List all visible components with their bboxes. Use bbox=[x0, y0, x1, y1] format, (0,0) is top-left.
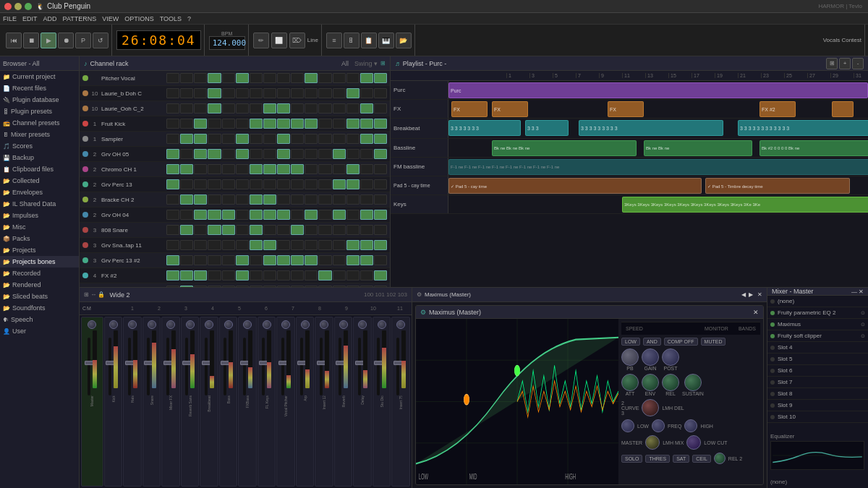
pl-block-fx4[interactable]: FX #2 bbox=[760, 101, 796, 117]
mixer-pan-knob[interactable] bbox=[263, 320, 271, 329]
pl-block-fx5[interactable] bbox=[832, 101, 854, 117]
ch-pad[interactable] bbox=[236, 73, 249, 83]
ch-pad[interactable] bbox=[194, 240, 207, 250]
ch-pad[interactable] bbox=[291, 164, 304, 174]
ch-pad[interactable] bbox=[277, 134, 290, 144]
ch-pad[interactable] bbox=[236, 255, 249, 265]
mixer-pan-knob[interactable] bbox=[148, 320, 156, 329]
ch-pad[interactable] bbox=[166, 103, 179, 114]
rp-minimize[interactable]: — bbox=[851, 288, 857, 295]
pl-zoom-in[interactable]: + bbox=[839, 58, 851, 69]
ch-pad[interactable] bbox=[208, 270, 221, 281]
freq-knob[interactable] bbox=[652, 419, 665, 432]
maximus-close[interactable]: ✕ bbox=[753, 309, 759, 316]
ch-pad[interactable] bbox=[360, 194, 373, 205]
post-knob[interactable] bbox=[662, 348, 679, 366]
ch-pad[interactable] bbox=[346, 119, 359, 129]
ch-pad[interactable] bbox=[277, 225, 290, 235]
sidebar-item-22[interactable]: 👤User bbox=[0, 325, 79, 337]
ch-pad[interactable] bbox=[318, 210, 331, 220]
ch-pad[interactable] bbox=[291, 149, 304, 159]
ch-pad[interactable] bbox=[222, 240, 235, 250]
ch-pad[interactable] bbox=[236, 240, 249, 250]
ch-pad[interactable] bbox=[180, 134, 193, 144]
menu-tools[interactable]: TOOLS bbox=[160, 15, 182, 22]
ch-pad[interactable] bbox=[263, 73, 276, 83]
fx-slot-0[interactable]: (none) bbox=[767, 296, 868, 307]
ch-pad[interactable] bbox=[318, 225, 331, 235]
fx-slot-5[interactable]: Slot 5 bbox=[767, 354, 868, 365]
ch-pad[interactable] bbox=[222, 88, 235, 98]
ch-pad[interactable] bbox=[277, 164, 290, 174]
ch-pad[interactable] bbox=[305, 73, 318, 83]
ch-pad[interactable] bbox=[305, 194, 318, 205]
fx-slot-10[interactable]: Slot 10 bbox=[767, 411, 868, 423]
ch-pad[interactable] bbox=[263, 210, 276, 220]
ch-pad[interactable] bbox=[166, 225, 179, 235]
ch-pad[interactable] bbox=[166, 286, 179, 287]
ch-pad[interactable] bbox=[318, 164, 331, 174]
ch-pad[interactable] bbox=[291, 103, 304, 114]
ch-pad[interactable] bbox=[236, 149, 249, 159]
mixer-fader[interactable] bbox=[317, 361, 326, 365]
ch-pad[interactable] bbox=[222, 225, 235, 235]
ch-pad[interactable] bbox=[360, 286, 373, 287]
ch-pad[interactable] bbox=[346, 255, 359, 265]
ch-pad[interactable] bbox=[333, 286, 346, 287]
ch-pad[interactable] bbox=[333, 255, 346, 265]
ch-pad[interactable] bbox=[166, 164, 179, 174]
ch-pad[interactable] bbox=[236, 119, 249, 129]
sidebar-item-4[interactable]: 📻Channel presets bbox=[0, 117, 79, 129]
ch-pad[interactable] bbox=[291, 210, 304, 220]
ch-pad[interactable] bbox=[166, 73, 179, 83]
pl-snap-button[interactable]: ⊞ bbox=[826, 58, 838, 69]
pl-block-bass2[interactable]: Bk ne Bk ne bbox=[644, 140, 752, 156]
lmh-del-knob[interactable] bbox=[642, 399, 659, 416]
ch-pad[interactable] bbox=[291, 255, 304, 265]
ch-pad[interactable] bbox=[374, 164, 387, 174]
minimize-button[interactable] bbox=[14, 3, 22, 10]
ch-pad[interactable] bbox=[360, 210, 373, 220]
sidebar-item-7[interactable]: 💾Backup bbox=[0, 152, 79, 163]
pl-block-bb1[interactable]: 3 3 3 3 3 3 3 bbox=[448, 120, 521, 136]
ch-pad[interactable] bbox=[222, 134, 235, 144]
ch-pad[interactable] bbox=[318, 73, 331, 83]
ch-pad[interactable] bbox=[236, 210, 249, 220]
channel-row[interactable]: 2 Grv OH 04 bbox=[80, 207, 390, 223]
ch-pad[interactable] bbox=[374, 286, 387, 287]
channel-rack-button[interactable]: ≡ bbox=[326, 33, 342, 48]
ch-pad[interactable] bbox=[333, 103, 346, 114]
rel2-knob[interactable] bbox=[714, 453, 726, 464]
ch-pad[interactable] bbox=[222, 179, 235, 189]
ch-pad[interactable] bbox=[194, 194, 207, 205]
fx-slot-1[interactable]: Fruity parametric EQ 2 ⊙ bbox=[767, 307, 868, 319]
ch-pad[interactable] bbox=[305, 240, 318, 250]
ch-pad[interactable] bbox=[374, 134, 387, 144]
ch-pad[interactable] bbox=[194, 73, 207, 83]
ch-pad[interactable] bbox=[263, 164, 276, 174]
ch-pad[interactable] bbox=[194, 134, 207, 144]
rel-knob[interactable] bbox=[662, 374, 679, 391]
erase-tool[interactable]: ⌦ bbox=[289, 33, 305, 48]
ch-pad[interactable] bbox=[360, 240, 373, 250]
ch-pad[interactable] bbox=[250, 286, 263, 287]
menu-options[interactable]: OPTIONS bbox=[124, 15, 154, 22]
menu-add[interactable]: ADD bbox=[43, 15, 57, 22]
sidebar-item-18[interactable]: 📂Rendered bbox=[0, 279, 79, 291]
pl-block-bb3[interactable]: 3 3 3 3 3 3 3 3 3 bbox=[579, 120, 723, 136]
ch-pad[interactable] bbox=[346, 286, 359, 287]
ch-pad[interactable] bbox=[305, 225, 318, 235]
ch-pad[interactable] bbox=[250, 210, 263, 220]
ch-pad[interactable] bbox=[236, 134, 249, 144]
ch-pad[interactable] bbox=[263, 225, 276, 235]
ch-pad[interactable] bbox=[333, 88, 346, 98]
pb-knob[interactable] bbox=[621, 348, 639, 366]
sidebar-item-2[interactable]: 🔌Plugin database bbox=[0, 94, 79, 106]
ch-pad[interactable] bbox=[333, 194, 346, 205]
select-tool[interactable]: ⬜ bbox=[271, 33, 287, 48]
track-content-fmbass[interactable]: F-1 ne F-1 ne F-1 ne F-1 ne F-1 ne F-1 n… bbox=[448, 158, 868, 176]
ch-pad[interactable] bbox=[318, 103, 331, 114]
ch-pad[interactable] bbox=[236, 88, 249, 98]
menu-help[interactable]: ? bbox=[187, 15, 191, 22]
ch-pad[interactable] bbox=[236, 103, 249, 114]
